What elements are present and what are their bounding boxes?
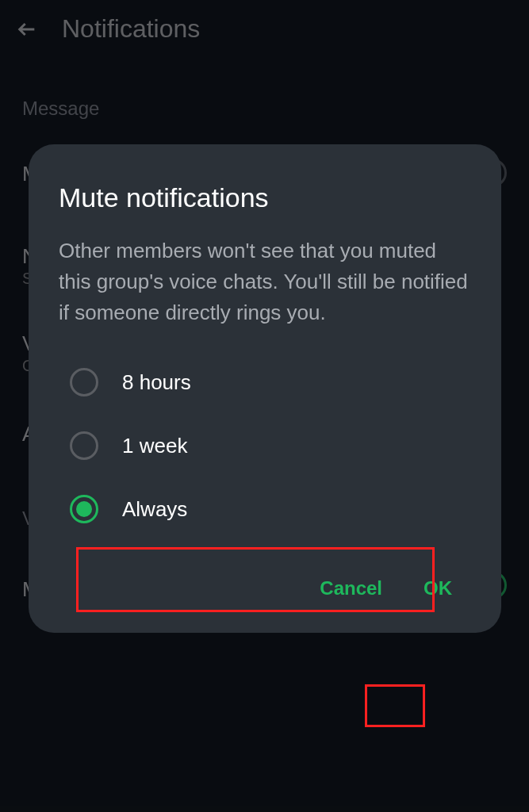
radio-label: 1 week: [122, 434, 187, 458]
mute-dialog: Mute notifications Other members won't s…: [29, 144, 501, 633]
radio-option-always[interactable]: Always: [59, 477, 471, 541]
radio-option-8-hours[interactable]: 8 hours: [59, 350, 471, 414]
radio-label: Always: [122, 497, 187, 522]
radio-icon: [70, 431, 98, 460]
radio-label: 8 hours: [122, 370, 191, 395]
radio-icon-selected: [70, 495, 98, 523]
cancel-button[interactable]: Cancel: [310, 569, 392, 607]
dialog-title: Mute notifications: [59, 182, 471, 213]
dialog-body-text: Other members won't see that you muted t…: [59, 236, 471, 328]
radio-option-1-week[interactable]: 1 week: [59, 414, 471, 477]
dialog-actions: Cancel OK: [59, 569, 471, 607]
radio-inner-dot: [76, 501, 92, 517]
ok-button[interactable]: OK: [414, 569, 462, 607]
radio-icon: [70, 368, 98, 396]
